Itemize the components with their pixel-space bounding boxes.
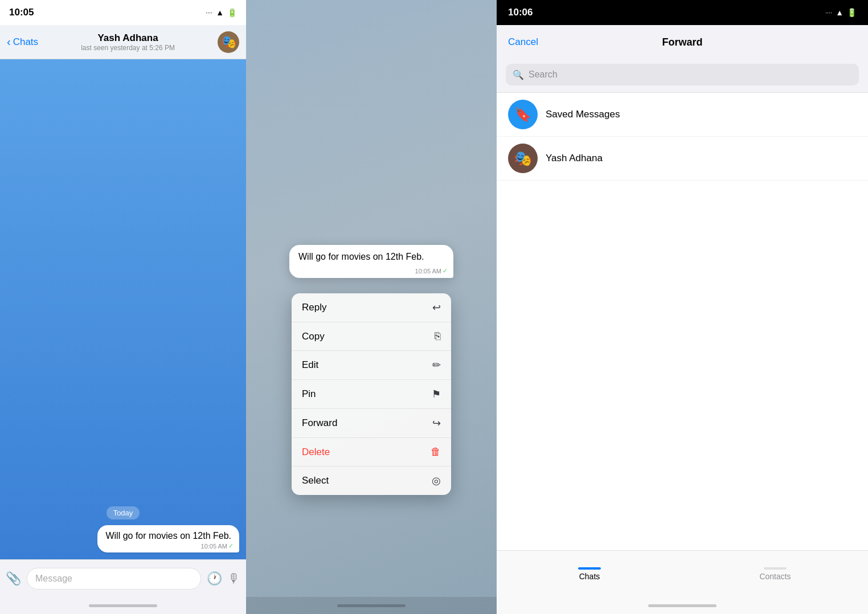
message-bubble-outgoing: Will go for movies on 12th Feb. 10:05 AM… (97, 525, 239, 552)
select-icon: ◎ (432, 474, 441, 487)
read-checkmark: ✓ (228, 542, 234, 550)
context-menu-screen: Will go for movies on 12th Feb. 10:05 AM… (246, 0, 497, 614)
chats-tab-indicator (578, 567, 601, 570)
delete-label: Delete (302, 447, 330, 458)
preview-text: Will go for movies on 12th Feb. (298, 252, 424, 261)
chat-area: Today Will go for movies on 12th Feb. 10… (0, 59, 246, 559)
battery-icon-1: 🔋 (227, 8, 237, 17)
bottom-tabs: Chats Contacts (497, 550, 868, 597)
nav-center: Yash Adhana last seen yesterday at 5:26 … (38, 32, 218, 52)
message-preview: Will go for movies on 12th Feb. 10:05 AM… (289, 245, 453, 278)
tab-chats[interactable]: Chats (497, 551, 682, 597)
pin-label: Pin (302, 388, 316, 400)
message-time: 10:05 AM (201, 543, 227, 550)
back-button[interactable]: ‹ Chats (7, 35, 38, 48)
contact-avatar-nav[interactable]: 🎭 (218, 31, 239, 53)
forward-icon: ↪ (432, 417, 441, 429)
message-meta: 10:05 AM ✓ (201, 542, 234, 550)
contact-status: last seen yesterday at 5:26 PM (81, 44, 175, 52)
status-bar-3: 10:06 ···· ▲ 🔋 (497, 0, 868, 25)
edit-label: Edit (302, 359, 318, 371)
home-indicator-3 (497, 597, 868, 614)
back-label[interactable]: Chats (13, 36, 38, 48)
edit-icon: ✏ (432, 359, 441, 371)
home-bar-1 (89, 604, 157, 607)
battery-icon-3: 🔋 (847, 8, 857, 17)
message-input[interactable]: Message (27, 568, 201, 590)
attachment-icon[interactable]: 📎 (6, 571, 21, 586)
yash-avatar-emoji: 🎭 (514, 150, 532, 167)
reply-label: Reply (302, 302, 326, 313)
pin-icon: ⚑ (432, 388, 441, 400)
search-bar-wrap: 🔍 Search (497, 59, 868, 93)
copy-label: Copy (302, 331, 325, 342)
chats-tab-label: Chats (579, 572, 600, 581)
wifi-icon-3: ▲ (836, 8, 844, 17)
chevron-left-icon: ‹ (7, 35, 11, 48)
reply-icon: ↩ (432, 301, 441, 314)
select-label: Select (302, 475, 329, 486)
emoji-icon[interactable]: 🕐 (207, 571, 222, 586)
contact-name-nav: Yash Adhana (97, 32, 158, 44)
menu-item-forward[interactable]: Forward ↪ (292, 409, 451, 438)
menu-item-pin[interactable]: Pin ⚑ (292, 380, 451, 409)
home-bar-3 (648, 604, 716, 607)
copy-icon: ⎘ (435, 330, 441, 342)
tab-contacts[interactable]: Contacts (682, 551, 868, 597)
panel2-content: Will go for movies on 12th Feb. 10:05 AM… (246, 0, 497, 614)
saved-messages-avatar: 🔖 (508, 100, 538, 129)
nav-bar-1: ‹ Chats Yash Adhana last seen yesterday … (0, 25, 246, 59)
context-menu: Reply ↩ Copy ⎘ Edit ✏ Pin ⚑ Forward ↪ De… (292, 293, 451, 495)
status-time-1: 10:05 (9, 7, 34, 18)
input-placeholder: Message (35, 574, 72, 584)
avatar-emoji: 🎭 (221, 35, 236, 50)
yash-name: Yash Adhana (546, 153, 603, 164)
search-placeholder: Search (529, 69, 558, 80)
cancel-button[interactable]: Cancel (508, 36, 538, 48)
forward-label: Forward (302, 417, 337, 429)
wifi-icon-1: ▲ (216, 8, 224, 17)
preview-meta: 10:05 AM ✓ (415, 267, 448, 275)
search-icon: 🔍 (513, 69, 524, 80)
contacts-tab-label: Contacts (759, 572, 791, 581)
contacts-list: 🔖 Saved Messages 🎭 Yash Adhana (497, 93, 868, 550)
contacts-tab-indicator (764, 567, 787, 570)
mic-icon[interactable]: 🎙 (228, 571, 240, 586)
bookmark-icon: 🔖 (514, 107, 531, 122)
saved-messages-name: Saved Messages (546, 109, 620, 120)
forward-nav: Cancel Forward (497, 25, 868, 59)
contact-item-yash[interactable]: 🎭 Yash Adhana (497, 137, 868, 181)
signal-icon-1: ···· (206, 9, 212, 16)
signal-icon-3: ···· (825, 9, 832, 16)
input-bar: 📎 Message 🕐 🎙 (0, 559, 246, 597)
home-indicator-2 (246, 597, 497, 614)
preview-checkmark: ✓ (443, 267, 448, 275)
forward-title: Forward (662, 36, 702, 48)
delete-icon: 🗑 (431, 446, 441, 458)
contact-item-saved[interactable]: 🔖 Saved Messages (497, 93, 868, 137)
forward-screen: 10:06 ···· ▲ 🔋 Cancel Forward 🔍 Search 🔖… (497, 0, 868, 614)
date-badge: Today (107, 506, 140, 519)
status-icons-3: ···· ▲ 🔋 (825, 8, 857, 17)
menu-item-reply[interactable]: Reply ↩ (292, 293, 451, 322)
status-time-3: 10:06 (508, 7, 533, 18)
menu-item-edit[interactable]: Edit ✏ (292, 351, 451, 380)
home-bar-2 (337, 604, 406, 607)
message-text: Will go for movies on 12th Feb. (105, 531, 231, 541)
yash-avatar: 🎭 (508, 144, 538, 173)
preview-time: 10:05 AM (415, 268, 441, 275)
search-bar[interactable]: 🔍 Search (506, 64, 859, 85)
status-icons-1: ···· ▲ 🔋 (206, 8, 237, 17)
menu-item-copy[interactable]: Copy ⎘ (292, 322, 451, 351)
chat-screen: 10:05 ···· ▲ 🔋 ‹ Chats Yash Adhana last … (0, 0, 246, 614)
menu-item-select[interactable]: Select ◎ (292, 466, 451, 495)
menu-item-delete[interactable]: Delete 🗑 (292, 438, 451, 466)
status-bar-1: 10:05 ···· ▲ 🔋 (0, 0, 246, 25)
home-indicator-1 (0, 597, 246, 614)
